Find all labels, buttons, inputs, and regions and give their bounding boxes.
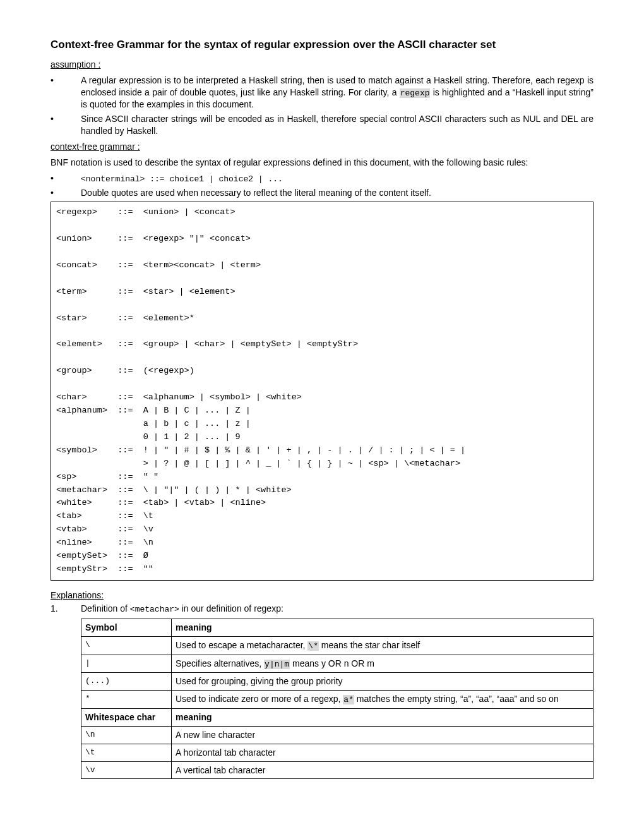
meaning-cell: Used to indicate zero or more of a regex… — [172, 691, 593, 709]
symbol-cell: \ — [81, 637, 172, 655]
explanation-item: 1. Definition of <metachar> in our defin… — [51, 603, 593, 615]
inline-code: <metachar> — [130, 605, 179, 614]
table-row: \ Used to escape a metacharacter, \* mea… — [81, 637, 593, 655]
table-row: | Specifies alternatives, y|n|m means y … — [81, 655, 593, 673]
table-row: (...) Used for grouping, giving the grou… — [81, 673, 593, 691]
assumption-item: • Since ASCII character strings will be … — [51, 113, 593, 137]
explanations-heading: Explanations: — [51, 589, 593, 601]
table-row: \t A horizontal tab character — [81, 744, 593, 761]
metachar-table: Symbol meaning \ Used to escape a metach… — [81, 619, 593, 779]
col-header-meaning: meaning — [172, 708, 593, 726]
cfg-intro: BNF notation is used to describe the syn… — [51, 157, 593, 169]
text: Definition of — [81, 603, 130, 613]
meaning-cell: A new line character — [172, 726, 593, 744]
bullet-icon: • — [51, 172, 81, 185]
symbol-cell: \v — [81, 761, 172, 779]
bnf-rule: • <nonterminal> ::= choice1 | choice2 | … — [51, 172, 593, 185]
bnf-rule: • Double quotes are used when necessary … — [51, 187, 593, 199]
col-header-meaning: meaning — [172, 619, 593, 637]
table-header-row: Whitespace char meaning — [81, 708, 593, 726]
meaning-cell: A horizontal tab character — [172, 744, 593, 761]
assumption-item: • A regular expression is to be interpre… — [51, 75, 593, 111]
text: in our definition of regexp: — [179, 603, 283, 613]
assumption-heading: assumption : — [51, 59, 593, 71]
inline-code: \* — [307, 641, 319, 651]
meaning-cell: Used to escape a metacharacter, \* means… — [172, 637, 593, 655]
grammar-definition: <regexp> ::= <union> | <concat> <union> … — [51, 202, 593, 581]
table-row: \n A new line character — [81, 726, 593, 744]
inline-code: regexp — [400, 88, 431, 98]
meaning-cell: Specifies alternatives, y|n|m means y OR… — [172, 655, 593, 673]
bullet-icon: • — [51, 113, 81, 137]
symbol-cell: | — [81, 655, 172, 673]
bullet-icon: • — [51, 187, 81, 199]
symbol-cell: (...) — [81, 673, 172, 691]
meaning-cell: Used for grouping, giving the group prio… — [172, 673, 593, 691]
meaning-cell: A vertical tab character — [172, 761, 593, 779]
col-header-symbol: Symbol — [81, 619, 172, 637]
list-number: 1. — [51, 603, 81, 615]
table-row: * Used to indicate zero or more of a reg… — [81, 691, 593, 709]
col-header-whitespace: Whitespace char — [81, 708, 172, 726]
bullet-icon: • — [51, 75, 81, 111]
symbol-cell: \t — [81, 744, 172, 761]
symbol-cell: * — [81, 691, 172, 709]
table-row: \v A vertical tab character — [81, 761, 593, 779]
inline-code: <nonterminal> ::= choice1 | choice2 | ..… — [81, 174, 283, 184]
symbol-cell: \n — [81, 726, 172, 744]
cfg-heading: context-free grammar : — [51, 141, 593, 153]
inline-code: a* — [343, 695, 354, 704]
table-header-row: Symbol meaning — [81, 619, 593, 637]
page-title: Context-free Grammar for the syntax of r… — [51, 38, 593, 52]
text: Double quotes are used when necessary to… — [81, 187, 593, 199]
inline-code: y|n|m — [264, 660, 290, 669]
text: Since ASCII character strings will be en… — [81, 113, 593, 137]
